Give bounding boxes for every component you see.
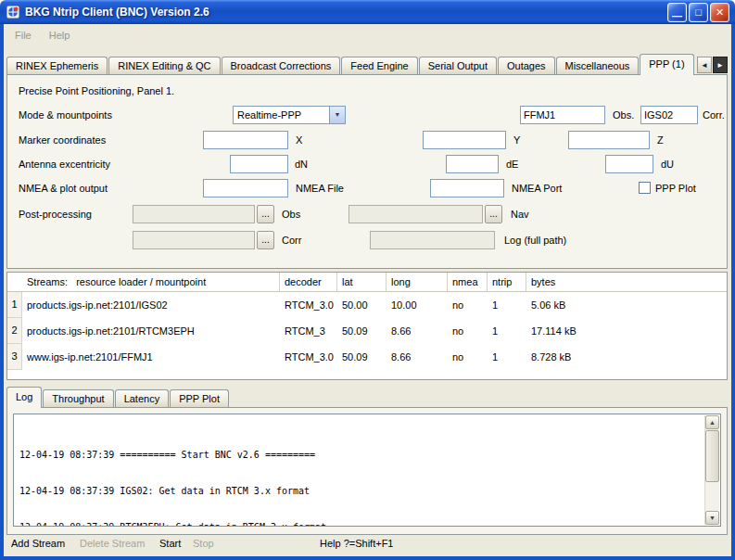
post-nav-label: Nav bbox=[511, 209, 529, 220]
menu-help[interactable]: Help bbox=[42, 27, 78, 41]
maximize-button[interactable]: □ bbox=[689, 3, 708, 22]
tab-rinex-ephemeris[interactable]: RINEX Ephemeris bbox=[6, 57, 108, 74]
stream-row-3[interactable]: 3 www.igs-ip.net:2101/FFMJ1 RTCM_3.0 50.… bbox=[7, 344, 727, 370]
stop-button[interactable]: Stop bbox=[193, 538, 214, 549]
window-controls: — □ ✕ bbox=[667, 3, 729, 22]
stream-row-2[interactable]: 2 products.igs-ip.net:2101/RTCM3EPH RTCM… bbox=[7, 318, 727, 344]
tab-serial-output[interactable]: Serial Output bbox=[419, 57, 497, 74]
bottom-tab-bar: Log Throughput Latency PPP Plot bbox=[6, 386, 230, 407]
scroll-down-icon[interactable]: ▼ bbox=[705, 511, 719, 525]
mode-mountpoints-row: Mode & mountpoints Realtime-PPP ▼ Obs. C… bbox=[7, 106, 727, 124]
streams-table-header: Streams: resource loader / mountpoint de… bbox=[7, 273, 727, 292]
tab-ppp-plot[interactable]: PPP Plot bbox=[170, 389, 229, 407]
tab-scroll-left-icon[interactable]: ◄ bbox=[697, 57, 712, 73]
add-stream-button[interactable]: Add Stream bbox=[11, 538, 65, 549]
post-processing-row-2: ... Corr Log (full path) bbox=[7, 231, 727, 249]
close-button[interactable]: ✕ bbox=[710, 3, 729, 22]
tab-log[interactable]: Log bbox=[6, 387, 42, 408]
antenna-de-label: dE bbox=[506, 159, 518, 170]
post-nav-field[interactable] bbox=[348, 205, 483, 223]
marker-x-field[interactable] bbox=[203, 131, 288, 149]
obs-mountpoint-field[interactable] bbox=[520, 106, 605, 124]
post-corr-browse-button[interactable]: ... bbox=[257, 231, 274, 249]
nmea-port-field[interactable] bbox=[430, 179, 504, 197]
menu-bar: File Help bbox=[7, 27, 77, 45]
cell-bytes: 5.06 kB bbox=[526, 299, 727, 311]
post-obs-field[interactable] bbox=[133, 205, 255, 223]
antenna-excentricity-label: Antenna excentricity bbox=[19, 159, 110, 170]
antenna-de-field[interactable] bbox=[446, 155, 499, 173]
cell-nmea: no bbox=[448, 325, 488, 337]
row-number: 3 bbox=[7, 344, 22, 370]
marker-z-field[interactable] bbox=[568, 131, 650, 149]
combo-dropdown-icon[interactable]: ▼ bbox=[329, 107, 345, 123]
cell-resource: products.igs-ip.net:2101/RTCM3EPH bbox=[22, 325, 280, 337]
post-log-label: Log (full path) bbox=[504, 235, 566, 246]
corr-mountpoint-field[interactable] bbox=[640, 106, 698, 124]
antenna-du-label: dU bbox=[661, 159, 674, 170]
col-bytes[interactable]: bytes bbox=[526, 273, 727, 291]
scroll-up-icon[interactable]: ▲ bbox=[705, 415, 719, 429]
tab-scroll-right-icon[interactable]: ► bbox=[713, 57, 728, 73]
col-nmea[interactable]: nmea bbox=[448, 273, 488, 291]
cell-long: 8.66 bbox=[387, 351, 448, 363]
post-corr-label: Corr bbox=[282, 235, 301, 246]
col-lat[interactable]: lat bbox=[337, 273, 387, 291]
nmea-port-label: NMEA Port bbox=[512, 183, 562, 194]
tab-broadcast-corrections[interactable]: Broadcast Corrections bbox=[222, 57, 341, 74]
marker-z-label: Z bbox=[657, 134, 664, 146]
post-obs-browse-button[interactable]: ... bbox=[257, 205, 274, 223]
row-number: 1 bbox=[7, 292, 22, 318]
log-pane: 12-04-19 08:37:39 ========== Start BNC v… bbox=[6, 407, 728, 535]
ppp-plot-checkbox[interactable] bbox=[639, 182, 651, 194]
log-output[interactable]: 12-04-19 08:37:39 ========== Start BNC v… bbox=[13, 414, 721, 527]
post-processing-row-1: Post-processing ... Obs ... Nav bbox=[7, 205, 727, 223]
cell-lat: 50.09 bbox=[337, 351, 387, 363]
obs-label: Obs. bbox=[613, 109, 634, 121]
col-long[interactable]: long bbox=[387, 273, 448, 291]
col-resource[interactable]: Streams: resource loader / mountpoint bbox=[22, 273, 280, 291]
antenna-du-field[interactable] bbox=[605, 155, 653, 173]
tab-throughput[interactable]: Throughput bbox=[43, 389, 113, 407]
antenna-dn-label: dN bbox=[295, 159, 308, 170]
stream-row-1[interactable]: 1 products.igs-ip.net:2101/IGS02 RTCM_3.… bbox=[7, 292, 727, 318]
col-rownum bbox=[7, 273, 22, 291]
marker-y-field[interactable] bbox=[423, 131, 506, 149]
cell-bytes: 8.728 kB bbox=[526, 351, 727, 363]
panel-caption: Precise Point Positioning, Panel 1. bbox=[19, 85, 174, 96]
tab-feed-engine[interactable]: Feed Engine bbox=[341, 57, 417, 74]
tab-outages[interactable]: Outages bbox=[498, 57, 555, 74]
antenna-dn-field[interactable] bbox=[230, 155, 288, 173]
cell-nmea: no bbox=[448, 299, 488, 311]
log-scrollbar[interactable]: ▲ ▼ bbox=[704, 415, 719, 525]
nmea-file-field[interactable] bbox=[203, 179, 288, 197]
post-corr-field[interactable] bbox=[133, 231, 255, 249]
title-bar[interactable]: BKG Ntrip Client (BNC) Version 2.6 — □ ✕ bbox=[0, 0, 735, 24]
tab-ppp-1[interactable]: PPP (1) bbox=[640, 54, 693, 75]
cell-ntrip: 1 bbox=[488, 351, 526, 363]
cell-ntrip: 1 bbox=[488, 299, 526, 311]
nmea-file-label: NMEA File bbox=[296, 183, 344, 194]
ppp-mode-select[interactable]: Realtime-PPP ▼ bbox=[233, 106, 346, 124]
window-frame: File Help RINEX Ephemeris RINEX Editing … bbox=[0, 24, 735, 560]
tab-rinex-editing-qc[interactable]: RINEX Editing & QC bbox=[108, 57, 220, 74]
post-processing-label: Post-processing bbox=[19, 209, 92, 220]
col-decoder[interactable]: decoder bbox=[280, 273, 337, 291]
row-number: 2 bbox=[7, 318, 22, 344]
cell-decoder: RTCM_3.0 bbox=[280, 299, 337, 311]
post-nav-browse-button[interactable]: ... bbox=[485, 205, 502, 223]
marker-x-label: X bbox=[296, 134, 302, 146]
menu-file[interactable]: File bbox=[7, 27, 39, 41]
scrollbar-thumb[interactable] bbox=[705, 430, 719, 482]
post-log-field[interactable] bbox=[370, 231, 495, 249]
col-ntrip[interactable]: ntrip bbox=[488, 273, 526, 291]
help-shortcut-label: Help ?=Shift+F1 bbox=[320, 538, 394, 549]
delete-stream-button[interactable]: Delete Stream bbox=[80, 538, 145, 549]
tab-miscellaneous[interactable]: Miscellaneous bbox=[556, 57, 640, 74]
ppp-plot-label: PPP Plot bbox=[655, 183, 696, 194]
action-bar: Add Stream Delete Stream Start Stop Help… bbox=[7, 536, 728, 553]
minimize-button[interactable]: — bbox=[667, 3, 687, 22]
start-button[interactable]: Start bbox=[159, 538, 181, 549]
tab-latency[interactable]: Latency bbox=[115, 389, 170, 407]
antenna-excentricity-row: Antenna excentricity dN dE dU bbox=[7, 155, 727, 173]
